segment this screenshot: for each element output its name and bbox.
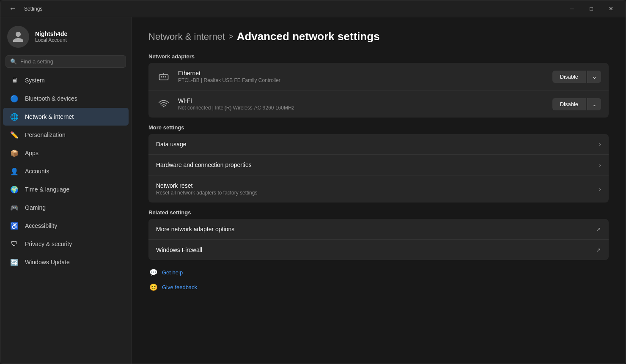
sidebar-item-network[interactable]: 🌐 Network & internet — [3, 108, 129, 126]
adapters-section-title: Network adapters — [148, 53, 609, 60]
ethernet-info: Ethernet PTCL-BB | Realtek USB FE Family… — [178, 70, 546, 83]
titlebar-left: ← Settings — [5, 3, 562, 15]
search-icon: 🔍 — [10, 58, 17, 65]
svg-rect-3 — [165, 76, 166, 78]
get-help-link[interactable]: 💬 Get help — [148, 267, 609, 278]
data-usage-row[interactable]: Data usage › — [148, 134, 609, 155]
sidebar-item-label: Apps — [25, 150, 38, 156]
update-icon: 🔄 — [10, 257, 19, 267]
external-link-icon: ➚ — [596, 246, 601, 253]
sidebar-item-bluetooth[interactable]: 🔵 Bluetooth & devices — [3, 90, 129, 107]
ethernet-desc: PTCL-BB | Realtek USB FE Family Controll… — [178, 77, 546, 83]
sidebar-item-label: Bluetooth & devices — [25, 95, 77, 102]
sidebar-item-time[interactable]: 🌍 Time & language — [3, 181, 129, 198]
titlebar: ← Settings ─ □ ✕ — [0, 0, 626, 17]
sidebar-item-label: Windows Update — [25, 259, 70, 265]
settings-window: ← Settings ─ □ ✕ Nightsh4de Local Accoun… — [0, 0, 626, 364]
related-settings-card-group: More network adapter options ➚ Windows F… — [148, 219, 609, 260]
wifi-controls: Disable ⌄ — [552, 98, 601, 110]
wifi-chevron-button[interactable]: ⌄ — [588, 98, 601, 110]
ethernet-disable-button[interactable]: Disable — [552, 71, 586, 83]
back-button[interactable]: ← — [5, 3, 20, 15]
breadcrumb-current: Advanced network settings — [237, 30, 380, 43]
give-feedback-icon: 😊 — [149, 283, 158, 291]
system-icon: 🖥 — [10, 76, 19, 85]
windows-firewall-title: Windows Firewall — [156, 246, 589, 253]
data-usage-info: Data usage — [156, 141, 592, 148]
accounts-icon: 👤 — [10, 167, 19, 176]
sidebar-item-apps[interactable]: 📦 Apps — [3, 144, 129, 162]
sidebar-item-personalization[interactable]: ✏️ Personalization — [3, 126, 129, 144]
breadcrumb-parent[interactable]: Network & internet — [148, 31, 225, 42]
hardware-properties-info: Hardware and connection properties — [156, 161, 592, 168]
give-feedback-link[interactable]: 😊 Give feedback — [148, 282, 609, 293]
content-area: Network & internet > Advanced network se… — [132, 17, 626, 364]
more-adapter-options-title: More network adapter options — [156, 226, 589, 233]
wifi-name: Wi-Fi — [178, 97, 546, 104]
sidebar-item-accounts[interactable]: 👤 Accounts — [3, 162, 129, 180]
ethernet-name: Ethernet — [178, 70, 546, 77]
main-layout: Nightsh4de Local Account 🔍 🖥 System 🔵 Bl… — [0, 17, 626, 364]
chevron-right-icon: › — [599, 141, 601, 148]
hardware-properties-row[interactable]: Hardware and connection properties › — [148, 155, 609, 175]
sidebar-item-label: Personalization — [25, 131, 66, 138]
more-adapter-options-row[interactable]: More network adapter options ➚ — [148, 219, 609, 240]
svg-rect-1 — [161, 76, 162, 78]
sidebar-item-label: Network & internet — [25, 113, 74, 120]
maximize-button[interactable]: □ — [582, 2, 601, 16]
related-settings-section-title: Related settings — [148, 209, 609, 216]
give-feedback-label: Give feedback — [162, 284, 197, 290]
ethernet-chevron-button[interactable]: ⌄ — [588, 71, 601, 83]
search-input[interactable] — [20, 58, 121, 65]
ethernet-controls: Disable ⌄ — [552, 71, 601, 83]
get-help-icon: 💬 — [149, 268, 158, 276]
data-usage-title: Data usage — [156, 141, 592, 148]
more-settings-card-group: Data usage › Hardware and connection pro… — [148, 134, 609, 203]
gaming-icon: 🎮 — [10, 203, 19, 212]
time-icon: 🌍 — [10, 185, 19, 194]
windows-firewall-info: Windows Firewall — [156, 246, 589, 253]
footer-links: 💬 Get help 😊 Give feedback — [148, 267, 609, 293]
sidebar-item-label: Privacy & security — [25, 241, 72, 247]
sidebar-item-privacy[interactable]: 🛡 Privacy & security — [3, 235, 129, 253]
privacy-icon: 🛡 — [10, 239, 19, 249]
sidebar-item-accessibility[interactable]: ♿ Accessibility — [3, 217, 129, 235]
avatar — [7, 26, 29, 48]
windows-firewall-row[interactable]: Windows Firewall ➚ — [148, 240, 609, 260]
sidebar-item-gaming[interactable]: 🎮 Gaming — [3, 199, 129, 216]
wifi-desc: Not connected | Intel(R) Wireless-AC 926… — [178, 105, 546, 111]
network-reset-title: Network reset — [156, 182, 592, 189]
sidebar-item-label: System — [25, 77, 45, 84]
close-button[interactable]: ✕ — [601, 2, 621, 16]
network-reset-info: Network reset Reset all network adapters… — [156, 182, 592, 196]
network-reset-subtitle: Reset all network adapters to factory se… — [156, 190, 592, 196]
sidebar-item-label: Accessibility — [25, 222, 57, 229]
chevron-right-icon: › — [599, 161, 601, 168]
wifi-icon — [156, 96, 171, 112]
titlebar-title: Settings — [24, 6, 42, 12]
sidebar-item-system[interactable]: 🖥 System — [3, 71, 129, 89]
adapters-card-group: Ethernet PTCL-BB | Realtek USB FE Family… — [148, 63, 609, 118]
user-type: Local Account — [35, 37, 67, 43]
external-link-icon: ➚ — [596, 226, 601, 233]
svg-rect-2 — [163, 76, 164, 78]
wifi-adapter-row: Wi-Fi Not connected | Intel(R) Wireless-… — [148, 90, 609, 118]
chevron-right-icon: › — [599, 186, 601, 192]
ethernet-icon — [156, 69, 171, 84]
network-reset-row[interactable]: Network reset Reset all network adapters… — [148, 175, 609, 203]
user-name: Nightsh4de — [35, 30, 67, 37]
sidebar-item-update[interactable]: 🔄 Windows Update — [3, 253, 129, 271]
user-section: Nightsh4de Local Account — [0, 17, 131, 55]
sidebar: Nightsh4de Local Account 🔍 🖥 System 🔵 Bl… — [0, 17, 132, 364]
user-info: Nightsh4de Local Account — [35, 30, 67, 43]
breadcrumb-separator: > — [228, 32, 233, 41]
nav-list: 🖥 System 🔵 Bluetooth & devices 🌐 Network… — [0, 71, 131, 271]
minimize-button[interactable]: ─ — [562, 2, 582, 16]
more-settings-section-title: More settings — [148, 124, 609, 131]
search-box: 🔍 — [5, 55, 126, 68]
hardware-properties-title: Hardware and connection properties — [156, 161, 592, 168]
wifi-info: Wi-Fi Not connected | Intel(R) Wireless-… — [178, 97, 546, 111]
wifi-disable-button[interactable]: Disable — [552, 98, 586, 110]
bluetooth-icon: 🔵 — [10, 94, 19, 103]
network-icon: 🌐 — [10, 112, 19, 121]
